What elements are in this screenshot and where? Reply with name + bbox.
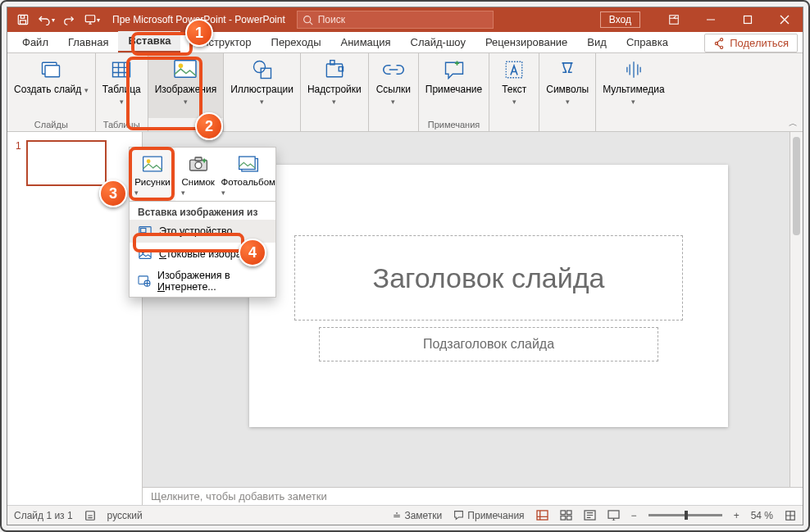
images-button[interactable]: Изображения▾ [148,53,223,118]
svg-rect-30 [143,157,162,171]
svg-rect-23 [561,511,566,515]
globe-icon [138,274,151,289]
media-button[interactable]: Мультимедиа▾ [596,53,671,118]
popup-header: Вставка изображения из [130,202,275,220]
svg-rect-5 [669,16,678,25]
tab-animation[interactable]: Анимация [331,33,401,52]
tab-slideshow[interactable]: Слайд-шоу [401,33,476,52]
view-slideshow-icon[interactable] [608,510,620,521]
group-slides: Слайды [7,118,95,131]
svg-rect-1 [20,20,26,24]
tab-insert[interactable]: Вставка [118,31,180,52]
links-button[interactable]: Ссылки▾ [369,53,418,118]
undo-icon[interactable]: ▾ [37,11,55,29]
text-icon [501,57,527,83]
symbols-button[interactable]: Символы▾ [539,53,595,118]
view-normal-icon[interactable] [536,510,548,521]
table-button[interactable]: Таблица▾ [96,53,148,118]
link-icon [380,57,407,83]
svg-point-7 [721,38,723,40]
tab-transitions[interactable]: Переходы [262,33,331,52]
images-dropdown: Рисунки▾ Снимок▾ Фотоальбом▾ Вставка изо… [129,147,276,298]
redo-icon[interactable] [60,11,78,29]
illustrations-button[interactable]: Иллюстрации▾ [224,53,300,118]
tab-review[interactable]: Рецензирование [476,33,577,52]
language-indicator[interactable]: русский [107,510,143,521]
svg-rect-34 [195,157,202,161]
photoalbum-button[interactable]: Фотоальбом▾ [221,148,275,201]
picture-icon [141,152,164,175]
search-input[interactable]: Поиск [297,11,494,29]
svg-rect-6 [744,16,751,24]
svg-rect-25 [561,516,566,520]
svg-point-8 [721,46,723,48]
search-placeholder: Поиск [318,14,345,25]
svg-point-31 [147,159,151,163]
new-slide-button[interactable]: Создать слайд ▾ [7,53,95,118]
comment-icon [441,57,467,83]
comments-toggle[interactable]: Примечания [453,510,524,521]
tab-home[interactable]: Главная [58,33,118,52]
svg-rect-3 [85,16,94,22]
tab-help[interactable]: Справка [617,33,678,52]
zoom-out-button[interactable]: − [631,510,637,521]
addins-button[interactable]: Надстройки▾ [301,53,368,118]
menu-online-images[interactable]: Изображения в Интернете... [130,266,275,297]
svg-rect-28 [608,511,619,518]
zoom-in-button[interactable]: + [734,510,739,521]
collapse-ribbon-icon[interactable]: ︿ [789,117,798,130]
svg-rect-36 [239,157,255,169]
svg-rect-26 [567,516,571,520]
slide[interactable]: Заголовок слайда Подзаголовок слайда [249,165,728,427]
ribbon-tabs: Файл Главная Вставка Конструктор Переход… [7,32,803,53]
comment-button[interactable]: Примечание [419,53,489,118]
tab-view[interactable]: Вид [577,33,617,52]
table-icon [108,57,134,83]
subtitle-placeholder[interactable]: Подзаголовок слайда [319,327,658,361]
tab-file[interactable]: Файл [12,33,58,52]
save-icon[interactable] [14,11,32,29]
title-placeholder[interactable]: Заголовок слайда [294,235,683,321]
svg-point-15 [253,61,265,73]
zoom-value[interactable]: 54 % [751,510,773,521]
svg-rect-38 [141,228,146,232]
ribbon: Создать слайд ▾ Слайды Таблица▾ Таблицы … [7,53,803,132]
view-reading-icon[interactable] [584,510,596,521]
addins-icon [321,57,348,83]
zoom-slider[interactable] [648,514,722,516]
svg-rect-39 [139,250,151,259]
title-bar: ▾ ▾ Пре Microsoft PowerPoint - PowerPoin… [7,7,803,32]
fit-window-icon[interactable] [785,510,796,521]
minimize-icon[interactable] [692,7,729,32]
search-icon [303,15,313,25]
share-button[interactable]: Поделиться [704,34,798,52]
pictures-button[interactable]: Рисунки▾ [130,148,175,201]
svg-point-4 [303,16,310,22]
vertical-scrollbar[interactable] [790,132,803,487]
new-slide-icon [38,57,64,83]
callout-4: 4 [239,239,266,266]
callout-3: 3 [99,180,127,207]
stock-icon [138,247,152,261]
menu-this-device-label: то устройство... [166,225,241,237]
start-show-icon[interactable]: ▾ [83,11,101,29]
spellcheck-icon[interactable] [84,510,96,521]
ribbon-options-icon[interactable] [655,7,692,32]
slide-thumbnail[interactable] [26,140,107,186]
close-icon[interactable] [766,7,803,32]
notes-prompt[interactable]: Щелкните, чтобы добавить заметки [143,487,803,505]
text-button[interactable]: Текст▾ [489,53,539,118]
login-button[interactable]: Вход [600,11,640,28]
images-icon [172,57,198,83]
slide-position: Слайд 1 из 1 [14,510,73,521]
maximize-icon[interactable] [729,7,766,32]
album-icon [237,152,260,175]
view-sorter-icon[interactable] [560,510,572,521]
shapes-icon [249,57,275,83]
device-icon [138,224,152,239]
share-label: Поделиться [730,37,789,49]
svg-rect-16 [261,68,271,78]
screenshot-button[interactable]: Снимок▾ [175,148,221,201]
notes-toggle[interactable]: ≐ Заметки [393,510,442,521]
status-bar: Слайд 1 из 1 русский ≐ Заметки Примечани… [7,505,803,525]
